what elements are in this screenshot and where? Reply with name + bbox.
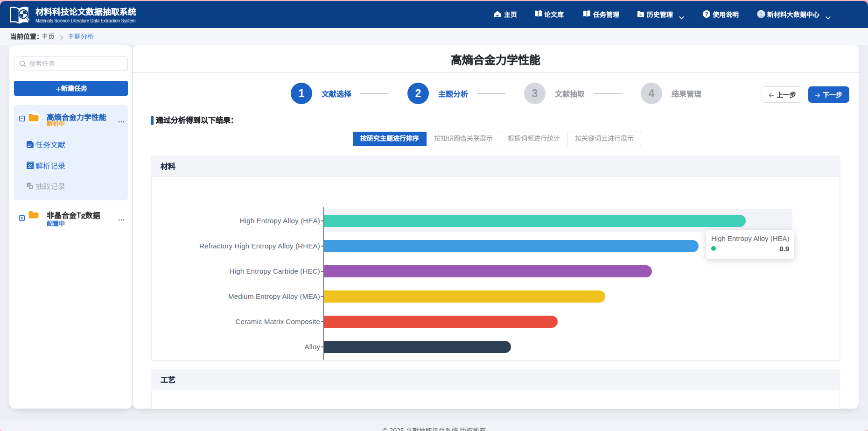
svg-text:?: ? [705, 11, 708, 16]
